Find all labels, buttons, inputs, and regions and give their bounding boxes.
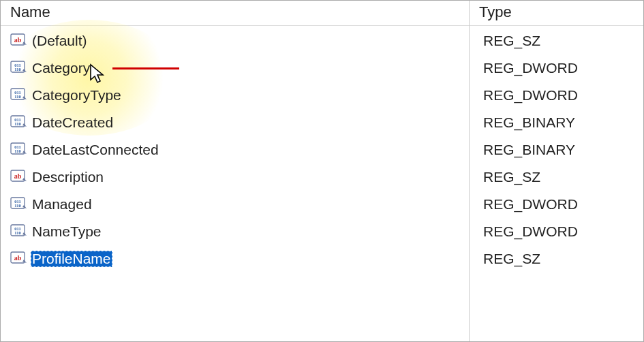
registry-value-row[interactable]: ab(Default) — [1, 27, 469, 55]
reg-string-icon: ab — [10, 250, 31, 268]
registry-value-name[interactable]: Managed — [31, 196, 93, 213]
registry-value-name[interactable]: CategoryType — [31, 87, 123, 104]
svg-text:110: 110 — [14, 67, 20, 72]
registry-value-type-row[interactable]: REG_SZ — [470, 245, 643, 273]
reg-binary-icon: 011110 — [10, 59, 31, 78]
registry-value-row[interactable]: 011110CategoryType — [1, 82, 469, 109]
svg-text:ab: ab — [14, 172, 22, 180]
registry-value-name[interactable]: Category — [31, 60, 91, 76]
registry-value-type-row[interactable]: REG_DWORD — [470, 218, 643, 245]
svg-text:110: 110 — [14, 203, 20, 208]
registry-value-type-row[interactable]: REG_DWORD — [470, 191, 643, 218]
column-header-name[interactable]: Name — [1, 1, 469, 26]
reg-binary-icon: 011110 — [10, 87, 31, 105]
registry-value-row[interactable]: 011110NameType — [1, 218, 469, 245]
registry-value-type-row[interactable]: REG_SZ — [470, 164, 643, 191]
column-header-type[interactable]: Type — [470, 1, 643, 26]
registry-value-type: REG_DWORD — [479, 223, 578, 240]
registry-value-name[interactable]: DateLastConnected — [31, 142, 160, 158]
registry-value-row[interactable]: 011110Managed — [1, 191, 469, 218]
registry-value-type-row[interactable]: REG_SZ — [470, 27, 643, 55]
registry-value-type: REG_DWORD — [479, 87, 578, 104]
registry-value-type-row[interactable]: REG_DWORD — [470, 55, 643, 82]
registry-value-type: REG_BINARY — [479, 142, 575, 158]
registry-value-type-row[interactable]: REG_BINARY — [470, 136, 643, 164]
registry-value-type-row[interactable]: REG_BINARY — [470, 109, 643, 136]
registry-value-type: REG_SZ — [479, 251, 540, 267]
svg-text:110: 110 — [14, 230, 20, 235]
registry-value-name[interactable]: Description — [31, 169, 105, 185]
svg-text:110: 110 — [14, 94, 20, 99]
reg-string-icon: ab — [10, 168, 31, 187]
reg-binary-icon: 011110 — [10, 141, 31, 159]
svg-text:110: 110 — [14, 149, 20, 153]
registry-value-row[interactable]: 011110DateLastConnected — [1, 136, 469, 164]
registry-value-name[interactable]: NameType — [31, 223, 103, 240]
registry-value-type: REG_SZ — [479, 169, 540, 185]
registry-value-type: REG_DWORD — [479, 196, 578, 213]
svg-text:ab: ab — [14, 254, 22, 262]
svg-text:110: 110 — [14, 121, 20, 126]
registry-value-row[interactable]: 011110Category — [1, 55, 469, 82]
registry-value-row[interactable]: abProfileName — [1, 245, 469, 273]
registry-value-name[interactable]: (Default) — [31, 33, 89, 49]
registry-value-type: REG_BINARY — [479, 114, 575, 131]
registry-value-name[interactable]: ProfileName — [31, 251, 112, 267]
registry-value-name[interactable]: DateCreated — [31, 114, 114, 131]
registry-value-row[interactable]: abDescription — [1, 164, 469, 191]
registry-list[interactable]: Name ab(Default)011110Category011110Cate… — [1, 1, 643, 341]
reg-binary-icon: 011110 — [10, 223, 31, 241]
registry-value-type: REG_DWORD — [479, 60, 578, 76]
reg-binary-icon: 011110 — [10, 114, 31, 132]
registry-value-type: REG_SZ — [479, 33, 540, 49]
registry-value-row[interactable]: 011110DateCreated — [1, 109, 469, 136]
reg-binary-icon: 011110 — [10, 196, 31, 214]
registry-value-type-row[interactable]: REG_DWORD — [470, 82, 643, 109]
reg-string-icon: ab — [10, 32, 31, 50]
svg-text:ab: ab — [14, 36, 22, 44]
